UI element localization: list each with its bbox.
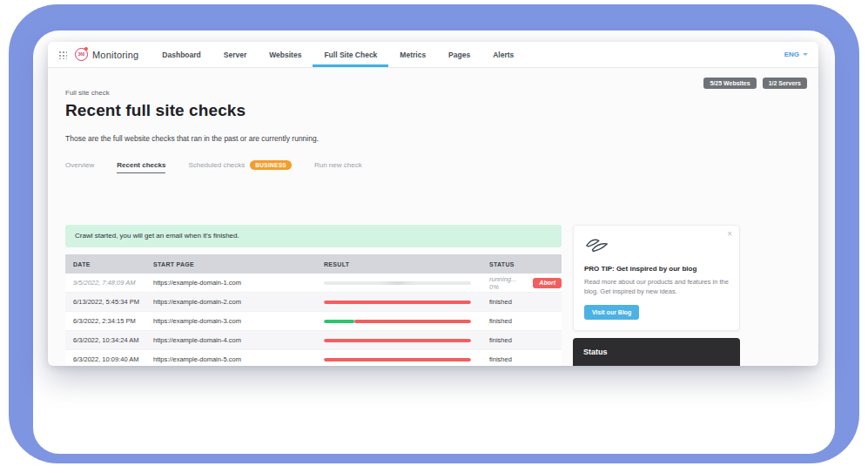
check-start-page: https://example-domain-2.com <box>145 298 316 306</box>
checks-panel: Crawl started, you will get an email whe… <box>65 225 562 366</box>
progress-red-segment <box>324 358 471 362</box>
check-start-page: https://example-domain-5.com <box>145 355 316 363</box>
table-row[interactable]: 9/5/2022, 7:48:09 AM https://example-dom… <box>65 274 562 293</box>
column-header: STATUS <box>481 261 562 267</box>
tab-label: Scheduled checks <box>188 161 245 169</box>
page-subtitle: Those are the full website checks that r… <box>65 134 319 143</box>
table-header: DATESTART PAGERESULTSTATUS <box>65 254 562 274</box>
check-result <box>316 281 481 285</box>
check-result <box>316 358 481 362</box>
nav-item-label: Pages <box>448 51 470 59</box>
nav-item-label: Full Site Check <box>324 51 377 59</box>
nav-item[interactable]: Websites <box>258 42 313 67</box>
status-text: finished <box>489 317 512 325</box>
check-result <box>316 301 481 304</box>
check-start-page: https://example-domain-3.com <box>145 317 316 325</box>
progress-red-segment <box>324 301 471 304</box>
brand-name: Monitoring <box>92 50 138 60</box>
check-result <box>316 339 481 342</box>
crawl-started-banner: Crawl started, you will get an email whe… <box>65 225 562 247</box>
table-row[interactable]: 6/3/2022, 2:34:15 PM https://example-dom… <box>65 312 562 331</box>
logo-360-icon: 360 <box>75 48 88 61</box>
status-sections: SERVERS 0 open alert(s) 0 servers down W… <box>583 366 730 367</box>
app-grid-icon[interactable] <box>58 51 67 59</box>
nav-item[interactable]: Metrics <box>388 42 437 67</box>
check-status: finished <box>481 355 562 363</box>
check-date: 6/3/2022, 2:34:15 PM <box>65 317 145 325</box>
table-row[interactable]: 6/13/2022, 5:45:34 PM https://example-do… <box>65 293 562 312</box>
nav-item-label: Alerts <box>493 51 514 59</box>
nav-item[interactable]: Dashboard <box>151 42 212 67</box>
nav-item[interactable]: Full Site Check <box>313 42 388 67</box>
nav-item[interactable]: Pages <box>437 42 481 67</box>
inspiration-doodle-icon <box>584 235 610 254</box>
usage-badge: 1/2 Servers <box>763 78 807 89</box>
status-text: finished <box>489 298 512 306</box>
status-text: finished <box>489 336 512 344</box>
nav-item-label: Dashboard <box>162 51 200 59</box>
nav-item-label: Metrics <box>400 51 426 59</box>
status-text: finished <box>489 355 512 363</box>
check-start-page: https://example-domain-1.com <box>145 279 316 287</box>
check-status: running... 0% Abort <box>481 275 562 291</box>
abort-button[interactable]: Abort <box>533 278 562 288</box>
page-title: Recent full site checks <box>65 101 246 120</box>
check-date: 6/3/2022, 10:09:40 AM <box>65 355 145 363</box>
app-window: 360 Monitoring DashboardServerWebsitesFu… <box>48 42 818 366</box>
column-header: START PAGE <box>145 261 316 267</box>
tab-label: Recent checks <box>117 161 165 169</box>
check-status: finished <box>481 317 562 325</box>
checks-table: 9/5/2022, 7:48:09 AM https://example-dom… <box>65 274 562 366</box>
column-header: RESULT <box>316 261 481 267</box>
page-content: 5/25 Websites1/2 Servers Full site check… <box>48 68 818 365</box>
tab[interactable]: Run new check <box>314 161 362 173</box>
language-label: ENG <box>784 51 799 58</box>
progress-bar <box>324 339 471 342</box>
table-row[interactable]: 6/3/2022, 10:34:24 AM https://example-do… <box>65 331 562 350</box>
nav-item[interactable]: Alerts <box>481 42 525 67</box>
status-card: Status SERVERS 0 open alert(s) 0 servers… <box>573 338 740 367</box>
tab-label: Run new check <box>314 161 362 169</box>
check-date: 6/13/2022, 5:45:34 PM <box>65 298 145 306</box>
check-status: finished <box>481 298 562 306</box>
tab[interactable]: Overview <box>65 161 94 173</box>
close-icon[interactable]: × <box>727 230 732 239</box>
check-start-page: https://example-domain-4.com <box>145 336 316 344</box>
tab-label: Overview <box>65 161 94 169</box>
progress-bar <box>324 320 471 323</box>
progress-bar <box>324 281 471 285</box>
progress-bar <box>324 301 471 304</box>
sidebar: × PRO TIP: Get inspired by our blog Read… <box>573 225 740 366</box>
column-header: DATE <box>65 261 145 267</box>
brand-logo[interactable]: 360 Monitoring <box>75 48 138 61</box>
check-status: finished <box>481 336 562 344</box>
check-date: 6/3/2022, 10:34:24 AM <box>65 336 145 344</box>
language-selector[interactable]: ENG <box>784 42 808 67</box>
tab[interactable]: Recent checks <box>117 161 165 173</box>
progress-red-segment <box>354 320 471 323</box>
business-badge: BUSINESS <box>250 160 292 170</box>
check-result <box>316 320 481 323</box>
status-section-label: SERVERS <box>583 366 730 367</box>
nav-items: DashboardServerWebsitesFull Site CheckMe… <box>151 42 525 67</box>
check-date: 9/5/2022, 7:48:09 AM <box>65 279 145 287</box>
table-row[interactable]: 6/3/2022, 10:09:40 AM https://example-do… <box>65 350 562 366</box>
progress-red-segment <box>324 339 471 342</box>
visit-blog-button[interactable]: Visit our Blog <box>584 305 639 320</box>
status-section: SERVERS 0 open alert(s) 0 servers down <box>583 366 730 367</box>
protip-title: PRO TIP: Get inspired by our blog <box>584 265 729 273</box>
chevron-down-icon <box>803 53 808 56</box>
usage-badge: 5/25 Websites <box>703 78 756 89</box>
top-navbar: 360 Monitoring DashboardServerWebsitesFu… <box>48 42 818 68</box>
progress-green-segment <box>324 320 354 323</box>
progress-bar <box>324 358 471 362</box>
tab[interactable]: Scheduled checks BUSINESS <box>188 160 292 174</box>
usage-badges: 5/25 Websites1/2 Servers <box>703 78 807 89</box>
protip-body: Read more about our products and feature… <box>584 277 729 297</box>
protip-card: × PRO TIP: Get inspired by our blog Read… <box>573 225 740 331</box>
nav-item[interactable]: Server <box>212 42 258 67</box>
status-text: running... 0% <box>489 275 527 291</box>
status-card-title: Status <box>583 348 730 356</box>
nav-item-label: Server <box>224 51 246 59</box>
breadcrumb: Full site check <box>65 89 110 97</box>
